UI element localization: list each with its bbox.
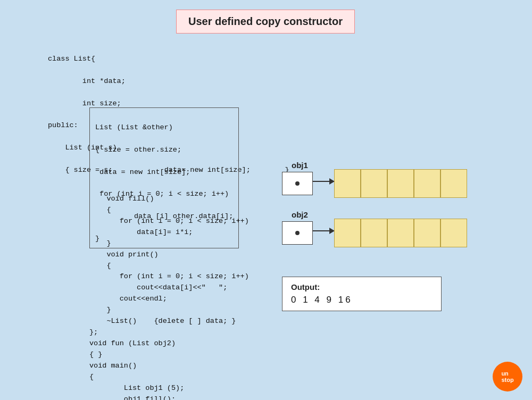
cc-line2: { size = other.size; [95, 146, 181, 154]
obj2-cell-1 [361, 219, 387, 247]
obj1-label: obj1 [292, 161, 308, 170]
page-title: User defined copy constructor [176, 10, 355, 34]
cc-line3: data = new int[size]; [95, 168, 190, 176]
obj2-pointer-box [282, 221, 313, 245]
obj2-cell-3 [414, 219, 440, 247]
output-box: Output: 0 1 4 9 16 [282, 277, 442, 311]
output-label: Output: [291, 282, 433, 291]
obj2-array [334, 219, 467, 247]
obj1-cell-4 [440, 169, 467, 198]
obj1-arrow [313, 181, 334, 182]
obj1-pointer-box [282, 172, 313, 195]
obj1-dot [295, 181, 300, 186]
obj2-label-text: obj2 [292, 210, 308, 219]
code-line4: public: [48, 121, 78, 129]
obj2-cell-4 [440, 219, 467, 247]
title-text: User defined copy constructor [188, 15, 343, 27]
code-line1: class List{ [48, 55, 95, 63]
obj1-cell-2 [387, 169, 414, 198]
obj1-array [334, 169, 467, 198]
output-values: 0 1 4 9 16 [291, 295, 433, 305]
cc-line1: List (List &other) [95, 123, 173, 131]
unstop-logo: unstop [493, 362, 522, 391]
obj2-label: obj2 [292, 210, 308, 219]
obj2-cell-0 [334, 219, 361, 247]
obj1-cell-0 [334, 169, 361, 198]
code-below-cc: void fill() { for (int i = 0; i < size; … [89, 194, 249, 400]
code-line3: int size; [48, 99, 121, 107]
obj1-label-text: obj1 [292, 161, 308, 170]
obj2-arrow [313, 230, 334, 231]
code-line2: int *data; [48, 77, 126, 85]
obj2-cell-2 [387, 219, 414, 247]
logo-text: unstop [501, 370, 513, 383]
obj1-cell-3 [414, 169, 440, 198]
obj1-cell-1 [361, 169, 387, 198]
obj2-dot [295, 231, 300, 235]
